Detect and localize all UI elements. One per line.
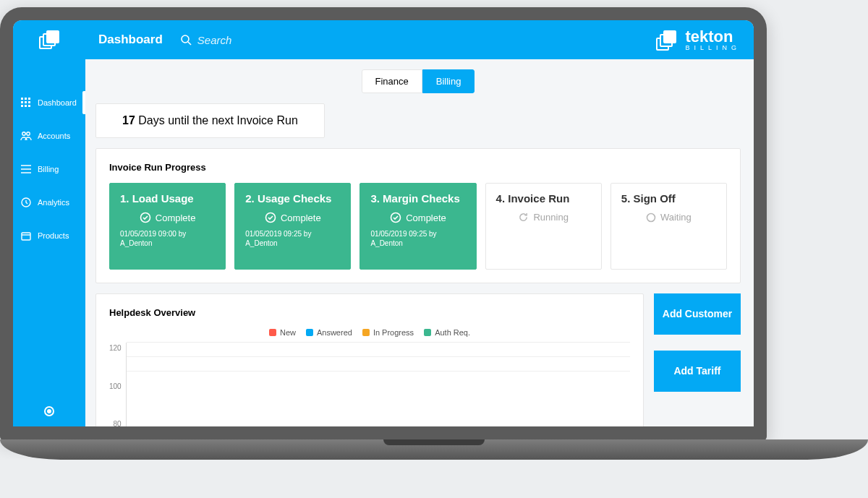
sidebar-item-label: Products	[38, 231, 69, 240]
step-load-usage[interactable]: 1. Load Usage Complete 01/05/2019 09:00 …	[109, 183, 226, 270]
step-title: 5. Sign Off	[621, 192, 716, 205]
page-title: Dashboard	[98, 33, 163, 47]
grid-icon	[20, 97, 32, 108]
svg-rect-15	[22, 233, 30, 240]
step-invoice-run[interactable]: 4. Invoice Run Running	[485, 183, 602, 270]
swatch-inprogress-icon	[362, 329, 370, 336]
sidebar-item-label: Accounts	[38, 132, 70, 140]
chart-plot: 211772581513148	[126, 343, 630, 426]
brand-name: tekton	[685, 29, 741, 45]
sidebar-item-label: Dashboard	[38, 98, 77, 107]
svg-rect-6	[21, 105, 23, 107]
check-icon	[265, 212, 276, 223]
svg-point-21	[647, 213, 655, 221]
search-input[interactable]: Search	[180, 34, 232, 46]
add-customer-button[interactable]: Add Customer	[654, 293, 741, 335]
svg-point-10	[27, 132, 30, 135]
step-meta: 01/05/2019 09:25 by A_Denton	[370, 229, 465, 248]
step-usage-checks[interactable]: 2. Usage Checks Complete 01/05/2019 09:2…	[234, 183, 351, 270]
step-meta: 01/05/2019 09:00 by A_Denton	[120, 229, 215, 248]
mode-tabs: Finance Billing	[95, 69, 741, 93]
swatch-new-icon	[269, 329, 276, 336]
app-logo-icon	[39, 30, 59, 51]
check-icon	[140, 212, 151, 223]
sidebar-item-billing[interactable]: Billing	[13, 160, 85, 178]
target-icon[interactable]	[44, 406, 54, 416]
countdown-days: 17	[122, 114, 135, 126]
step-sign-off[interactable]: 5. Sign Off Waiting	[610, 183, 727, 270]
countdown-card: 17 Days until the next Invoice Run	[95, 103, 325, 138]
svg-rect-3	[21, 101, 23, 103]
add-tariff-button[interactable]: Add Tariff	[654, 351, 741, 392]
people-icon	[20, 130, 32, 142]
sidebar-item-accounts[interactable]: Accounts	[13, 127, 85, 145]
countdown-text: Days until the next Invoice Run	[138, 114, 298, 126]
step-status: Waiting	[660, 212, 692, 223]
step-title: 1. Load Usage	[120, 192, 215, 205]
legend-inprogress: In Progress	[373, 328, 414, 337]
tab-billing[interactable]: Billing	[422, 69, 475, 93]
sidebar: Dashboard Accounts Billing	[13, 20, 85, 426]
brand-logo-icon	[656, 29, 678, 51]
helpdesk-chart: 12010080 211772581513148	[109, 343, 630, 426]
brand: tekton BILLING	[656, 29, 741, 51]
refresh-icon	[518, 212, 529, 223]
svg-rect-5	[28, 101, 30, 103]
helpdesk-title: Helpdesk Overview	[109, 307, 630, 318]
swatch-auth-icon	[424, 329, 431, 336]
brand-sub: BILLING	[685, 45, 741, 51]
step-title: 2. Usage Checks	[245, 192, 340, 205]
topbar: Dashboard Search tekton BILLING	[85, 20, 754, 59]
sidebar-item-label: Billing	[38, 165, 59, 173]
chart-legend: New Answered In Progress Auth Req.	[109, 328, 630, 337]
legend-auth: Auth Req.	[435, 328, 470, 337]
svg-rect-8	[28, 105, 30, 107]
check-icon	[390, 212, 401, 223]
step-meta: 01/05/2019 09:25 by A_Denton	[245, 229, 340, 248]
svg-point-9	[22, 132, 25, 135]
laptop-base	[0, 439, 868, 460]
circle-icon	[646, 212, 656, 223]
chart-yaxis: 12010080	[109, 343, 122, 426]
swatch-answered-icon	[306, 329, 313, 336]
sidebar-item-analytics[interactable]: Analytics	[13, 194, 85, 211]
svg-rect-0	[21, 98, 23, 100]
svg-rect-1	[25, 98, 27, 100]
laptop-frame: Dashboard Accounts Billing	[0, 7, 868, 460]
svg-line-17	[188, 42, 191, 45]
list-icon	[20, 163, 32, 175]
step-status: Complete	[281, 212, 321, 223]
helpdesk-card: Helpdesk Overview New Answered In Progre…	[95, 293, 644, 426]
legend-answered: Answered	[317, 328, 352, 337]
box-icon	[20, 230, 32, 241]
step-status: Running	[533, 212, 568, 223]
step-status: Complete	[406, 212, 446, 223]
clock-icon	[20, 197, 32, 208]
step-title: 4. Invoice Run	[496, 192, 591, 205]
sidebar-item-dashboard[interactable]: Dashboard	[13, 94, 85, 111]
progress-title: Invoice Run Progress	[109, 162, 727, 173]
search-icon	[180, 34, 192, 46]
svg-rect-4	[25, 101, 27, 103]
svg-rect-2	[28, 98, 30, 100]
sidebar-item-label: Analytics	[38, 198, 69, 207]
svg-point-16	[182, 35, 189, 43]
tab-finance[interactable]: Finance	[362, 69, 422, 93]
legend-new: New	[280, 328, 296, 337]
progress-card: Invoice Run Progress 1. Load Usage Compl…	[95, 148, 741, 283]
sidebar-item-products[interactable]: Products	[13, 227, 85, 244]
step-status: Complete	[156, 212, 196, 223]
step-margin-checks[interactable]: 3. Margin Checks Complete 01/05/2019 09:…	[359, 183, 476, 270]
search-placeholder: Search	[197, 34, 232, 46]
step-title: 3. Margin Checks	[370, 192, 465, 205]
svg-rect-7	[25, 105, 27, 107]
